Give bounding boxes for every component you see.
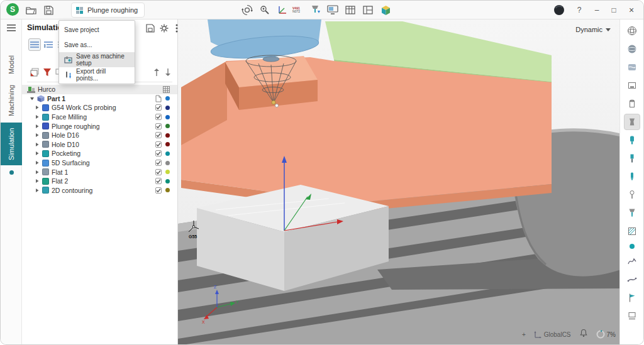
panel-save-button[interactable] xyxy=(144,22,157,35)
account-button[interactable] xyxy=(552,3,567,18)
panel-more-button[interactable] xyxy=(170,22,183,35)
tree-row-operation[interactable]: 5D Surfacing xyxy=(22,158,177,168)
chevron-right-icon[interactable] xyxy=(35,188,40,193)
coordinate-system-selector[interactable]: GlobalCS xyxy=(534,331,571,338)
tab-simulation[interactable]: Simulation xyxy=(1,123,22,165)
visibility-checkbox[interactable] xyxy=(155,160,162,166)
visibility-checkbox[interactable] xyxy=(155,123,162,129)
menu-item-save-project[interactable]: Save project xyxy=(59,22,135,37)
tree-row-operation[interactable]: Hole D16 xyxy=(22,131,177,140)
visibility-checkbox[interactable] xyxy=(155,141,162,148)
chevron-right-icon[interactable] xyxy=(35,105,40,110)
filter-layers-button[interactable] xyxy=(28,66,41,79)
tree-row-part[interactable]: Part 1 xyxy=(22,94,177,104)
chevron-right-icon[interactable] xyxy=(35,178,40,183)
minimize-button[interactable]: – xyxy=(589,3,604,18)
current-operation-chip[interactable]: Plunge roughing xyxy=(71,3,145,18)
visibility-checkbox[interactable] xyxy=(155,104,162,111)
nc-code-button[interactable]: V491N072 xyxy=(289,3,304,18)
machine-config-icon[interactable] xyxy=(163,86,170,93)
menu-item-save-as-machine-setup[interactable]: Save as machine setup xyxy=(59,52,135,67)
nc-code-icon: V491N072 xyxy=(292,7,300,13)
rt-toolpath-curve-button[interactable] xyxy=(624,253,640,270)
salmon-fixture[interactable] xyxy=(181,56,552,212)
view-mode-dropdown[interactable]: Dynamic xyxy=(575,26,611,33)
tree-row-operation[interactable]: Flat 2 xyxy=(22,177,177,186)
move-down-button[interactable] xyxy=(162,66,174,79)
toolpath-curve-icon xyxy=(627,256,637,266)
chevron-down-icon[interactable] xyxy=(30,96,35,101)
rt-tool-small-button[interactable] xyxy=(624,168,640,185)
rt-spindle-button[interactable] xyxy=(624,132,640,148)
rt-stock-button[interactable] xyxy=(624,96,640,112)
chevron-right-icon[interactable] xyxy=(35,133,40,138)
tree-row-machine[interactable]: Hurco xyxy=(22,85,177,94)
rt-banner-button[interactable] xyxy=(624,308,640,324)
visibility-checkbox[interactable] xyxy=(155,178,162,184)
tool-change-button[interactable] xyxy=(308,3,323,18)
viewport[interactable]: G55 X Y Z Dynamic + Globa xyxy=(178,19,619,344)
chevron-right-icon[interactable] xyxy=(35,170,40,175)
tree-row-operation[interactable]: Plunge roughing xyxy=(22,121,177,131)
close-button[interactable]: × xyxy=(624,3,639,18)
visibility-checkbox[interactable] xyxy=(155,169,162,175)
part-notes-icon[interactable] xyxy=(155,95,162,102)
menu-item-export-drill-points[interactable]: Export drill points... xyxy=(59,67,135,82)
inspect-settings-button[interactable] xyxy=(257,3,272,18)
visibility-checkbox[interactable] xyxy=(155,132,162,138)
move-up-button[interactable] xyxy=(150,66,163,79)
menu-item-save-as[interactable]: Save as... xyxy=(59,37,135,52)
monitor-button[interactable] xyxy=(325,3,340,18)
chevron-right-icon[interactable] xyxy=(35,151,40,156)
rt-probe-button[interactable] xyxy=(624,187,640,203)
panels-button[interactable] xyxy=(360,3,375,18)
rt-tool-assembly-button[interactable] xyxy=(624,205,640,221)
rt-material-button[interactable] xyxy=(624,59,640,75)
visibility-checkbox[interactable] xyxy=(155,150,162,156)
main-menu-button[interactable] xyxy=(7,25,16,31)
rt-toolpath-smooth-button[interactable] xyxy=(624,271,640,288)
monitor-icon xyxy=(327,5,338,15)
tree-row-operation[interactable]: Face Milling xyxy=(22,112,177,122)
rt-toolpath-hatch-button[interactable] xyxy=(624,223,640,239)
rt-tool-button[interactable] xyxy=(624,150,640,167)
add-cs-button[interactable]: + xyxy=(522,331,526,338)
rt-holder-button[interactable] xyxy=(624,114,640,130)
visibility-checkbox[interactable] xyxy=(155,114,162,120)
rt-flag-button[interactable] xyxy=(624,290,640,306)
chevron-right-icon[interactable] xyxy=(35,160,40,165)
progress-label: 7% xyxy=(607,331,616,338)
operation-icon xyxy=(42,178,49,185)
list-view-button[interactable] xyxy=(28,38,41,51)
app-logo-button[interactable]: S xyxy=(6,3,19,16)
visibility-checkbox[interactable] xyxy=(155,187,162,194)
panel-settings-button[interactable] xyxy=(158,22,170,35)
rt-shaded-button[interactable] xyxy=(624,41,640,57)
tree-row-operation[interactable]: 2D contouring xyxy=(22,186,177,195)
notifications-button[interactable] xyxy=(579,329,588,340)
chevron-right-icon[interactable] xyxy=(35,142,40,147)
move-up-icon xyxy=(153,68,160,76)
chevron-right-icon[interactable] xyxy=(35,124,40,129)
tab-model[interactable]: Model xyxy=(1,51,22,79)
rt-wireframe-button[interactable] xyxy=(624,23,640,39)
cube-view-button[interactable] xyxy=(378,3,393,18)
rt-fixture-button[interactable] xyxy=(624,77,640,94)
tree-row-operation[interactable]: Hole D10 xyxy=(22,140,177,150)
machine-axes-button[interactable] xyxy=(275,3,290,18)
maximize-button[interactable]: □ xyxy=(606,3,621,18)
filter-funnel-button[interactable] xyxy=(41,66,53,79)
tree-row-operation[interactable]: Pocketing xyxy=(22,149,177,158)
tab-machining[interactable]: Machining xyxy=(1,81,22,120)
tree-row-operation[interactable]: Flat 1 xyxy=(22,167,177,177)
indent-view-button[interactable] xyxy=(42,38,55,51)
save-project-button[interactable] xyxy=(41,3,56,18)
tree-row-operation[interactable]: G54 Work CS probing xyxy=(22,103,177,112)
chevron-right-icon[interactable] xyxy=(35,114,40,119)
operation-icon xyxy=(42,104,49,111)
table-button[interactable] xyxy=(343,3,358,18)
viewport-3d-scene[interactable]: G55 X Y Z xyxy=(178,19,619,344)
simulation-settings-button[interactable] xyxy=(240,3,255,18)
help-button[interactable]: ? xyxy=(572,3,587,18)
open-project-button[interactable] xyxy=(23,3,38,18)
